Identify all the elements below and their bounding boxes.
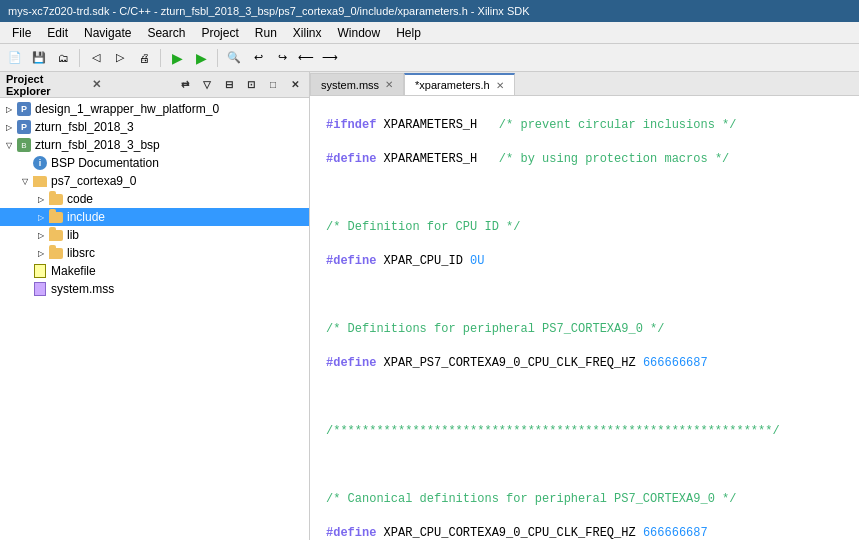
code-line-3 <box>318 185 851 202</box>
tree-item-code[interactable]: ▷ code <box>0 190 309 208</box>
toolbar-forward[interactable]: ▷ <box>109 47 131 69</box>
label-code: code <box>67 192 93 206</box>
arrow-code: ▷ <box>34 195 48 204</box>
toolbar-build[interactable]: ▶ <box>166 47 188 69</box>
tree-item-bsp[interactable]: ▽ B zturn_fsbl_2018_3_bsp <box>0 136 309 154</box>
menu-file[interactable]: File <box>4 24 39 42</box>
tree-item-bsp-doc[interactable]: i BSP Documentation <box>0 154 309 172</box>
kw-define-1: #define <box>326 151 376 168</box>
icon-bsp-doc: i <box>32 156 48 170</box>
icon-ps7 <box>32 174 48 188</box>
menu-help[interactable]: Help <box>388 24 429 42</box>
arrow-ps7: ▽ <box>18 177 32 186</box>
arrow-bsp: ▽ <box>2 141 16 150</box>
tree-item-libsrc[interactable]: ▷ libsrc <box>0 244 309 262</box>
code-13a: XPAR_CPU_CORTEXA9_0_CPU_CLK_FREQ_HZ <box>376 525 642 540</box>
tab-xparameters-close[interactable]: ✕ <box>496 80 504 91</box>
num-13: 666666687 <box>643 525 708 540</box>
code-line-8: #define XPAR_PS7_CORTEXA9_0_CPU_CLK_FREQ… <box>318 355 851 372</box>
menu-navigate[interactable]: Navigate <box>76 24 139 42</box>
pe-filter-btn[interactable]: ▽ <box>199 77 215 93</box>
tree-item-zturn-fsbl[interactable]: ▷ P zturn_fsbl_2018_3 <box>0 118 309 136</box>
tree-item-ps7[interactable]: ▽ ps7_cortexa9_0 <box>0 172 309 190</box>
pe-close-btn[interactable]: ✕ <box>287 77 303 93</box>
main-content: Project Explorer ✕ ⇄ ▽ ⊟ ⊡ □ ✕ ▷ P desig… <box>0 72 859 540</box>
icon-include <box>48 210 64 224</box>
pe-sync-btn[interactable]: ⇄ <box>177 77 193 93</box>
code-line-2: #define XPARAMETERS_H /* by using protec… <box>318 151 851 168</box>
tree-item-makefile[interactable]: Makefile <box>0 262 309 280</box>
pe-menu-btn[interactable]: ⊡ <box>243 77 259 93</box>
tree-item-design1[interactable]: ▷ P design_1_wrapper_hw_platform_0 <box>0 100 309 118</box>
gutter-10 <box>318 423 326 440</box>
kw-define-3: #define <box>326 355 376 372</box>
arrow-lib: ▷ <box>34 231 48 240</box>
cm-4: /* Definition for CPU ID */ <box>326 219 520 236</box>
toolbar-sep-3 <box>217 49 218 67</box>
label-bsp-doc: BSP Documentation <box>51 156 159 170</box>
toolbar-undo[interactable]: ↩ <box>247 47 269 69</box>
code-content[interactable]: #ifndef XPARAMETERS_H /* prevent circula… <box>310 96 859 540</box>
pe-max-btn[interactable]: □ <box>265 77 281 93</box>
code-editor[interactable]: #ifndef XPARAMETERS_H /* prevent circula… <box>310 96 859 540</box>
menu-run[interactable]: Run <box>247 24 285 42</box>
cm-10: /***************************************… <box>326 423 780 440</box>
gutter-4 <box>318 219 326 236</box>
tab-system-mss[interactable]: system.mss ✕ <box>310 73 404 95</box>
label-ps7: ps7_cortexa9_0 <box>51 174 136 188</box>
menu-project[interactable]: Project <box>193 24 246 42</box>
kw-ifndef: #ifndef <box>326 117 376 134</box>
num-8: 666666687 <box>643 355 708 372</box>
tree-item-system-mss[interactable]: system.mss <box>0 280 309 298</box>
cm-7: /* Definitions for peripheral PS7_CORTEX… <box>326 321 664 338</box>
menu-bar: File Edit Navigate Search Project Run Xi… <box>0 22 859 44</box>
toolbar: 📄 💾 🗂 ◁ ▷ 🖨 ▶ ▶ 🔍 ↩ ↪ ⟵ ⟶ <box>0 44 859 72</box>
menu-search[interactable]: Search <box>139 24 193 42</box>
menu-xilinx[interactable]: Xilinx <box>285 24 330 42</box>
toolbar-print[interactable]: 🖨 <box>133 47 155 69</box>
arrow-libsrc: ▷ <box>34 249 48 258</box>
tree-item-lib[interactable]: ▷ lib <box>0 226 309 244</box>
gutter-11 <box>318 457 326 474</box>
code-line-12: /* Canonical definitions for peripheral … <box>318 491 851 508</box>
kw-define-4: #define <box>326 525 376 540</box>
icon-zturn-fsbl: P <box>16 120 32 134</box>
cm-12: /* Canonical definitions for peripheral … <box>326 491 736 508</box>
tab-bar: system.mss ✕ *xparameters.h ✕ <box>310 72 859 96</box>
code-line-13: #define XPAR_CPU_CORTEXA9_0_CPU_CLK_FREQ… <box>318 525 851 540</box>
code-line-11 <box>318 457 851 474</box>
toolbar-debug[interactable]: ▶ <box>190 47 212 69</box>
code-line-1: #ifndef XPARAMETERS_H /* prevent circula… <box>318 117 851 134</box>
toolbar-new[interactable]: 📄 <box>4 47 26 69</box>
tree-item-include[interactable]: ▷ include <box>0 208 309 226</box>
menu-window[interactable]: Window <box>330 24 389 42</box>
project-explorer: Project Explorer ✕ ⇄ ▽ ⊟ ⊡ □ ✕ ▷ P desig… <box>0 72 310 540</box>
label-lib: lib <box>67 228 79 242</box>
label-design1: design_1_wrapper_hw_platform_0 <box>35 102 219 116</box>
title-text: mys-xc7z020-trd.sdk - C/C++ - zturn_fsbl… <box>8 5 530 17</box>
toolbar-redo[interactable]: ↪ <box>271 47 293 69</box>
tab-system-mss-close[interactable]: ✕ <box>385 79 393 90</box>
editor-area: system.mss ✕ *xparameters.h ✕ #ifndef XP… <box>310 72 859 540</box>
code-8a: XPAR_PS7_CORTEXA9_0_CPU_CLK_FREQ_HZ <box>376 355 642 372</box>
toolbar-save[interactable]: 💾 <box>28 47 50 69</box>
toolbar-back[interactable]: ◁ <box>85 47 107 69</box>
gutter-8 <box>318 355 326 372</box>
toolbar-save-all[interactable]: 🗂 <box>52 47 74 69</box>
code-line-6 <box>318 287 851 304</box>
pe-collapse-btn[interactable]: ⊟ <box>221 77 237 93</box>
code-line-5: #define XPAR_CPU_ID 0U <box>318 253 851 270</box>
gutter-12 <box>318 491 326 508</box>
toolbar-next[interactable]: ⟶ <box>319 47 341 69</box>
gutter-9 <box>318 389 326 406</box>
label-zturn-fsbl: zturn_fsbl_2018_3 <box>35 120 134 134</box>
tab-xparameters[interactable]: *xparameters.h ✕ <box>404 73 515 95</box>
title-bar: mys-xc7z020-trd.sdk - C/C++ - zturn_fsbl… <box>0 0 859 22</box>
code-line-10: /***************************************… <box>318 423 851 440</box>
toolbar-prev[interactable]: ⟵ <box>295 47 317 69</box>
arrow-design1: ▷ <box>2 105 16 114</box>
label-makefile: Makefile <box>51 264 96 278</box>
cm-1: /* prevent circular inclusions */ <box>499 117 737 134</box>
menu-edit[interactable]: Edit <box>39 24 76 42</box>
toolbar-search[interactable]: 🔍 <box>223 47 245 69</box>
